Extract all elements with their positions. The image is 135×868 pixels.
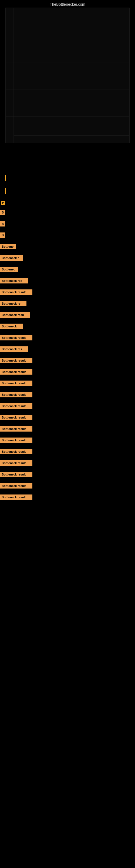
- bottleneck-row-15: Bottleneck result: [0, 378, 135, 389]
- bottleneck-label-21: Bottleneck result: [0, 449, 32, 454]
- bottleneck-row-25: Bottleneck result: [0, 492, 135, 503]
- small-e-label: E: [0, 198, 135, 207]
- bottleneck-row-2: B: [0, 229, 135, 241]
- bottleneck-row-20: Bottleneck result: [0, 435, 135, 446]
- bottleneck-label-7: Bottleneck result: [0, 289, 32, 295]
- bottleneck-label-16: Bottleneck result: [0, 392, 32, 397]
- bottleneck-label-24: Bottleneck result: [0, 483, 32, 489]
- bottleneck-label-15: Bottleneck result: [0, 380, 32, 386]
- bottleneck-label-9: Bottleneck resu: [0, 312, 30, 318]
- bottleneck-row-8: Bottleneck re: [0, 298, 135, 309]
- bottleneck-label-5: Bottlenec: [0, 267, 18, 272]
- bottleneck-row-24: Bottleneck result: [0, 480, 135, 492]
- bottleneck-row-14: Bottleneck result: [0, 366, 135, 378]
- bottleneck-label-19: Bottleneck result: [0, 426, 32, 432]
- bottleneck-row-12: Bottleneck res: [0, 343, 135, 355]
- bottleneck-row-7: Bottleneck result: [0, 286, 135, 298]
- bottleneck-row-18: Bottleneck result: [0, 412, 135, 423]
- site-title: TheBottlenecker.com: [0, 0, 135, 8]
- chart-svg: [6, 8, 129, 143]
- bottleneck-row-22: Bottleneck result: [0, 457, 135, 469]
- bottleneck-label-22: Bottleneck result: [0, 460, 32, 466]
- bottleneck-row-23: Bottleneck result: [0, 469, 135, 480]
- bottleneck-row-4: Bottleneck r: [0, 252, 135, 264]
- bottleneck-row-3: Bottlene: [0, 241, 135, 252]
- bottleneck-row-17: Bottleneck result: [0, 400, 135, 412]
- bottleneck-label-25: Bottleneck result: [0, 495, 32, 500]
- chart-placeholder: [5, 8, 130, 143]
- bottleneck-label-14: Bottleneck result: [0, 369, 32, 375]
- input-indicator-2: [5, 188, 6, 194]
- bottleneck-label-4: Bottleneck r: [0, 255, 23, 261]
- bottleneck-label-12: Bottleneck res: [0, 346, 28, 352]
- bottleneck-row-6: Bottleneck res: [0, 275, 135, 286]
- bottleneck-row-0: B: [0, 207, 135, 218]
- bottleneck-label-13: Bottleneck result: [0, 358, 32, 363]
- bottleneck-label-6: Bottleneck res: [0, 278, 28, 283]
- bottleneck-label-20: Bottleneck result: [0, 437, 32, 443]
- bottleneck-row-13: Bottleneck result: [0, 355, 135, 366]
- bottleneck-label-3: Bottlene: [0, 244, 16, 249]
- bottleneck-row-21: Bottleneck result: [0, 446, 135, 457]
- bottleneck-label-18: Bottleneck result: [0, 415, 32, 420]
- bottleneck-row-11: Bottleneck result: [0, 332, 135, 343]
- chart-area: [0, 8, 135, 170]
- bottleneck-label-0: B: [0, 210, 5, 215]
- bottleneck-label-11: Bottleneck result: [0, 335, 32, 340]
- bottleneck-row-10: Bottleneck r: [0, 321, 135, 332]
- bottleneck-row-9: Bottleneck resu: [0, 309, 135, 321]
- bottleneck-row-1: B: [0, 218, 135, 229]
- input-indicator-1: [5, 175, 6, 181]
- bottleneck-label-23: Bottleneck result: [0, 472, 32, 477]
- bottleneck-row-5: Bottlenec: [0, 264, 135, 275]
- bottleneck-rows: BBBBottleneBottleneck rBottlenecBottlene…: [0, 207, 135, 503]
- bottleneck-label-8: Bottleneck re: [0, 301, 27, 306]
- bottleneck-label-1: B: [0, 221, 5, 226]
- bottleneck-label-10: Bottleneck r: [0, 323, 23, 329]
- bottleneck-label-17: Bottleneck result: [0, 403, 32, 409]
- bottleneck-row-16: Bottleneck result: [0, 389, 135, 400]
- bottleneck-label-2: B: [0, 232, 5, 238]
- bottleneck-row-19: Bottleneck result: [0, 423, 135, 435]
